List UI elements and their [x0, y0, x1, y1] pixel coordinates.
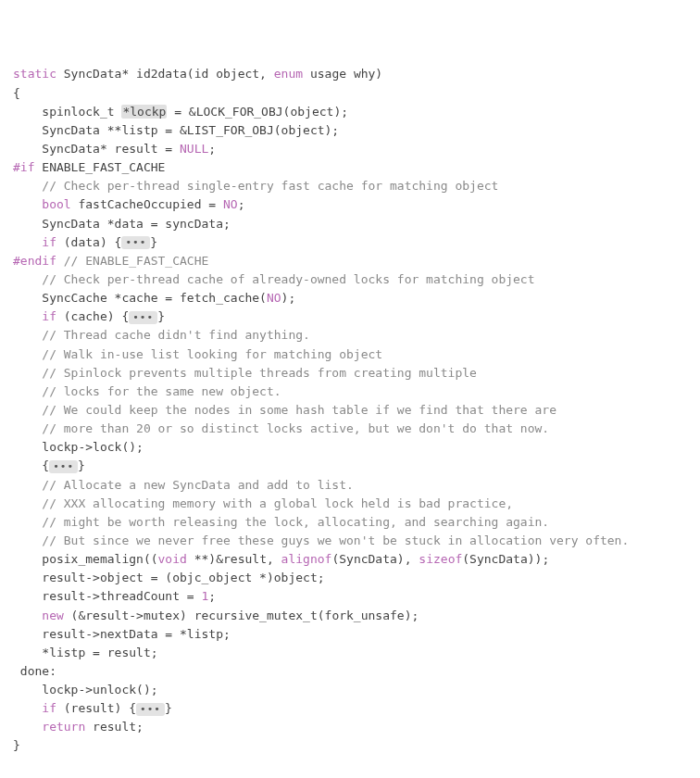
- code-line: result->object = (objc_object *)object;: [13, 569, 687, 587]
- keyword-if: if: [42, 701, 56, 715]
- fold-indicator[interactable]: •••: [136, 703, 165, 716]
- keyword-alignof: alignof: [281, 552, 332, 566]
- fold-indicator[interactable]: •••: [129, 311, 157, 324]
- fold-indicator[interactable]: •••: [49, 460, 78, 473]
- comment-line: // Thread cache didn't find anything.: [13, 326, 687, 345]
- highlight-lockp: *lockp: [121, 105, 167, 119]
- code-line: #endif // ENABLE_FAST_CACHE: [13, 252, 687, 270]
- null-literal: NULL: [180, 142, 208, 156]
- code-line: static SyncData* id2data(id object, enum…: [13, 65, 687, 83]
- keyword-new: new: [42, 609, 63, 622]
- code-line: SyncData* result = NULL;: [13, 140, 687, 158]
- code-block: static SyncData* id2data(id object, enum…: [13, 65, 687, 755]
- no-literal: NO: [223, 197, 238, 211]
- code-line: {: [13, 84, 687, 103]
- comment-line: // Spinlock prevents multiple threads fr…: [13, 364, 687, 383]
- comment-line: // might be worth releasing the lock, al…: [13, 513, 687, 532]
- code-line: bool fastCacheOccupied = NO;: [13, 195, 687, 214]
- comment: // ENABLE_FAST_CACHE: [56, 254, 208, 268]
- keyword-return: return: [42, 720, 85, 734]
- type-bool: bool: [42, 197, 70, 211]
- code-line: spinlock_t *lockp = &LOCK_FOR_OBJ(object…: [13, 103, 687, 121]
- code-line: return result;: [13, 718, 687, 736]
- comment-line: // XXX allocating memory with a global l…: [13, 495, 687, 513]
- fold-indicator[interactable]: •••: [121, 236, 150, 249]
- code-line: result->threadCount = 1;: [13, 587, 687, 606]
- code-line: posix_memalign((void **)&result, alignof…: [13, 550, 687, 569]
- code-line: result->nextData = *listp;: [13, 625, 687, 644]
- type-void: void: [158, 552, 187, 566]
- code-line: *listp = result;: [13, 644, 687, 662]
- comment-line: // Allocate a new SyncData and add to li…: [13, 476, 687, 495]
- label-done: done:: [13, 662, 687, 681]
- code-line: if (result) {•••}: [13, 699, 687, 718]
- preproc-if: #if: [13, 160, 34, 174]
- code-line: SyncData *data = syncData;: [13, 215, 687, 233]
- comment-line: // locks for the same new object.: [13, 383, 687, 401]
- code-line: new (&result->mutex) recursive_mutex_t(f…: [13, 607, 687, 625]
- code-line: SyncCache *cache = fetch_cache(NO);: [13, 289, 687, 307]
- comment-line: // Walk in-use list looking for matching…: [13, 345, 687, 364]
- keyword-sizeof: sizeof: [419, 552, 462, 566]
- keyword-static: static: [13, 67, 56, 81]
- code-line: lockp->unlock();: [13, 681, 687, 699]
- code-line: }: [13, 736, 687, 755]
- code-line: if (data) {•••}: [13, 233, 687, 252]
- code-line: lockp->lock();: [13, 438, 687, 457]
- comment-line: // Check per-thread single-entry fast ca…: [13, 177, 687, 195]
- keyword-if: if: [42, 309, 56, 323]
- comment-line: // But since we never free these guys we…: [13, 532, 687, 550]
- code-line: #if ENABLE_FAST_CACHE: [13, 158, 687, 177]
- code-line: {•••}: [13, 457, 687, 475]
- code-line: if (cache) {•••}: [13, 307, 687, 326]
- keyword-if: if: [42, 235, 56, 249]
- no-literal: NO: [267, 291, 281, 305]
- keyword-enum: enum: [274, 67, 303, 81]
- code-line: SyncData **listp = &LIST_FOR_OBJ(object)…: [13, 121, 687, 140]
- comment-line: // We could keep the nodes in some hash …: [13, 401, 687, 420]
- comment-line: // Check per-thread cache of already-own…: [13, 270, 687, 289]
- comment-line: // more than 20 or so distinct locks act…: [13, 420, 687, 438]
- preproc-endif: #endif: [13, 254, 56, 268]
